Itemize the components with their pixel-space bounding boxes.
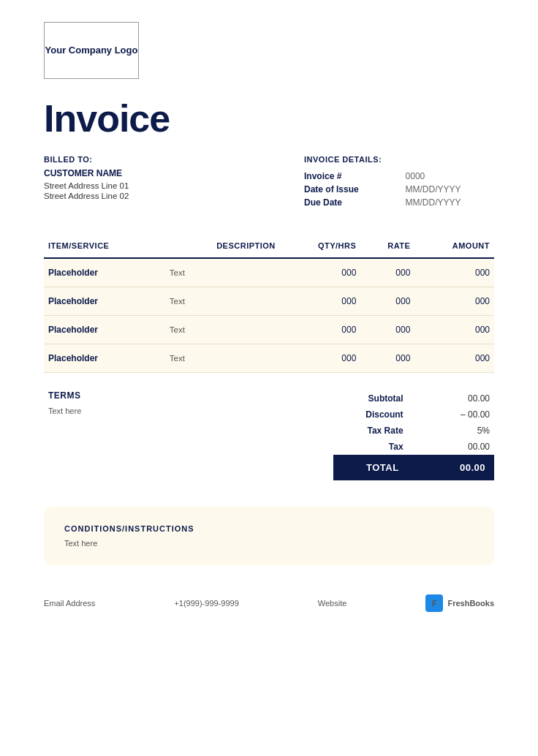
detail-value: MM/DD/YYYY	[406, 183, 494, 196]
item-description: Text	[164, 287, 280, 316]
footer-email: Email Address	[44, 599, 95, 608]
freshbooks-icon-letter: F	[432, 599, 437, 608]
detail-value: MM/DD/YYYY	[406, 196, 494, 209]
item-rate: 000	[360, 258, 414, 287]
subtotal-label: Subtotal	[333, 390, 408, 407]
subtotal-row: Subtotal 00.00	[333, 390, 494, 407]
tax-label: Tax	[333, 439, 408, 455]
tax-rate-label: Tax Rate	[333, 423, 408, 439]
detail-value: 0000	[406, 170, 494, 183]
col-header-desc: DESCRIPTION	[164, 235, 280, 258]
item-name: Placeholder	[44, 287, 164, 316]
item-amount: 000	[414, 316, 494, 344]
invoice-page: Your Company Logo Invoice BILLED TO: CUS…	[0, 0, 538, 756]
invoice-detail-row: Invoice #0000	[304, 170, 494, 183]
item-description: Text	[164, 316, 280, 344]
item-amount: 000	[414, 258, 494, 287]
item-name: Placeholder	[44, 316, 164, 344]
totals-block: Subtotal 00.00 Discount – 00.00 Tax Rate…	[333, 390, 494, 480]
item-rate: 000	[360, 344, 414, 373]
address-line-1: Street Address Line 01	[44, 181, 129, 190]
total-row: TOTAL 00.00	[333, 455, 494, 480]
billed-to-label: BILLED TO:	[44, 155, 129, 164]
invoice-details-block: INVOICE DETAILS: Invoice #0000Date of Is…	[304, 155, 494, 209]
total-label: TOTAL	[333, 455, 408, 480]
logo-text: Your Company Logo	[45, 45, 138, 57]
total-value: 00.00	[408, 455, 494, 480]
item-description: Text	[164, 344, 280, 373]
item-name: Placeholder	[44, 258, 164, 287]
tax-row: Tax 00.00	[333, 439, 494, 455]
footer-website: Website	[318, 599, 347, 608]
terms-block: TERMS Text here	[44, 390, 81, 480]
invoice-detail-row: Date of IssueMM/DD/YYYY	[304, 183, 494, 196]
billed-to-block: BILLED TO: CUSTOMER NAME Street Address …	[44, 155, 129, 209]
tax-value: 00.00	[408, 439, 494, 455]
discount-label: Discount	[333, 407, 408, 423]
item-rate: 000	[360, 316, 414, 344]
item-qty: 000	[280, 258, 361, 287]
freshbooks-icon: F	[425, 594, 443, 612]
conditions-box: CONDITIONS/INSTRUCTIONS Text here	[44, 507, 494, 565]
terms-label: TERMS	[48, 390, 81, 401]
customer-name: CUSTOMER NAME	[44, 168, 129, 178]
company-logo: Your Company Logo	[44, 22, 139, 79]
item-description: Text	[164, 258, 280, 287]
invoice-details-label: INVOICE DETAILS:	[304, 155, 494, 164]
table-row: Placeholder Text 000 000 000	[44, 287, 494, 316]
terms-text: Text here	[48, 407, 81, 415]
address-line-2: Street Address Line 02	[44, 192, 129, 200]
conditions-label: CONDITIONS/INSTRUCTIONS	[64, 524, 474, 533]
invoice-title: Invoice	[44, 97, 494, 140]
discount-value: – 00.00	[408, 407, 494, 423]
footer-phone: +1(999)-999-9999	[174, 599, 238, 608]
item-qty: 000	[280, 287, 361, 316]
subtotal-value: 00.00	[408, 390, 494, 407]
col-header-qty: QTY/HRS	[280, 235, 361, 258]
summary-section: TERMS Text here Subtotal 00.00 Discount …	[44, 390, 494, 480]
detail-key: Invoice #	[304, 170, 406, 183]
table-row: Placeholder Text 000 000 000	[44, 258, 494, 287]
item-rate: 000	[360, 287, 414, 316]
freshbooks-logo: F FreshBooks	[425, 594, 494, 612]
item-qty: 000	[280, 316, 361, 344]
table-row: Placeholder Text 000 000 000	[44, 344, 494, 373]
col-header-item: ITEM/SERVICE	[44, 235, 164, 258]
tax-rate-value: 5%	[408, 423, 494, 439]
detail-key: Date of Issue	[304, 183, 406, 196]
freshbooks-brand-name: FreshBooks	[447, 599, 494, 608]
tax-rate-row: Tax Rate 5%	[333, 423, 494, 439]
discount-row: Discount – 00.00	[333, 407, 494, 423]
conditions-text: Text here	[64, 539, 474, 548]
detail-key: Due Date	[304, 196, 406, 209]
item-qty: 000	[280, 344, 361, 373]
col-header-rate: RATE	[360, 235, 414, 258]
invoice-detail-row: Due DateMM/DD/YYYY	[304, 196, 494, 209]
items-table: ITEM/SERVICE DESCRIPTION QTY/HRS RATE AM…	[44, 235, 494, 373]
item-name: Placeholder	[44, 344, 164, 373]
footer: Email Address +1(999)-999-9999 Website F…	[44, 589, 494, 612]
col-header-amount: AMOUNT	[414, 235, 494, 258]
item-amount: 000	[414, 344, 494, 373]
item-amount: 000	[414, 287, 494, 316]
billing-section: BILLED TO: CUSTOMER NAME Street Address …	[44, 155, 494, 209]
table-row: Placeholder Text 000 000 000	[44, 316, 494, 344]
